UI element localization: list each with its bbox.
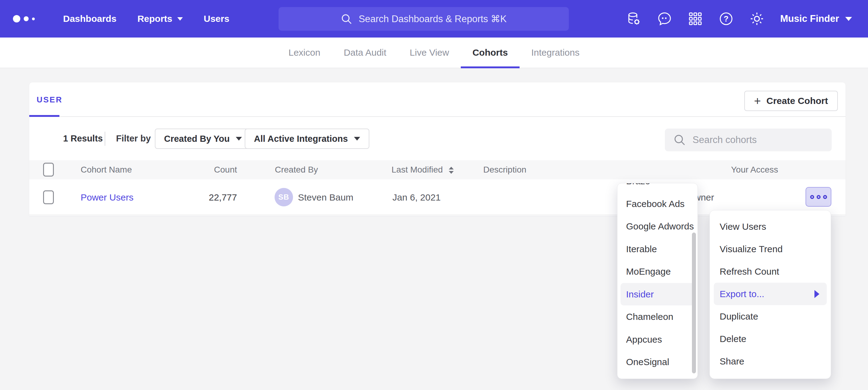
row-actions-button[interactable] (806, 187, 831, 207)
tab-lexicon[interactable]: Lexicon (277, 37, 332, 68)
tab-integrations-label: Integrations (531, 47, 580, 58)
export-destinations-menu: Braze Facebook Ads Google Adwords Iterab… (617, 183, 698, 379)
submenu-arrow-icon (814, 290, 819, 298)
section-tabs: Lexicon Data Audit Live View Cohorts Int… (0, 37, 868, 68)
results-count: 1 Results (63, 117, 103, 160)
help-icon[interactable]: ? (719, 11, 734, 26)
chevron-down-icon (177, 17, 183, 21)
col-last-modified[interactable]: Last Modified (392, 160, 454, 179)
menu-item-chameleon[interactable]: Chameleon (617, 305, 698, 328)
menu-item-iterable[interactable]: Iterable (617, 238, 698, 261)
menu-item-google-adwords[interactable]: Google Adwords (617, 215, 698, 238)
messages-icon[interactable] (657, 11, 672, 26)
create-cohort-button[interactable]: + Create Cohort (744, 91, 838, 111)
menu-item-visualize-trend[interactable]: Visualize Trend (710, 238, 831, 260)
menu-item-refresh-count[interactable]: Refresh Count (710, 260, 831, 283)
menu-item-duplicate[interactable]: Duplicate (710, 305, 831, 328)
col-your-access: Your Access (731, 160, 778, 179)
filter-integrations-value: All Active Integrations (254, 134, 348, 144)
nav-reports[interactable]: Reports (137, 13, 183, 24)
top-navigation-bar: Dashboards Reports Users Search Dashboar… (0, 0, 868, 37)
col-cohort-name: Cohort Name (81, 160, 132, 179)
created-by-value: Steven Baum (298, 179, 353, 215)
export-to-label: Export to... (720, 289, 764, 299)
menu-item-facebook-ads[interactable]: Facebook Ads (617, 193, 698, 215)
nav-dashboards[interactable]: Dashboards (63, 13, 116, 24)
tab-data-audit[interactable]: Data Audit (332, 37, 398, 68)
tab-user-cohorts[interactable]: USER (37, 83, 62, 117)
project-switcher[interactable]: Music Finder (780, 13, 852, 24)
filter-created-by-dropdown[interactable]: Created By You (155, 129, 251, 149)
chevron-down-icon (845, 17, 852, 21)
dot-icon (816, 195, 820, 199)
col-created-by: Created By (275, 160, 318, 179)
filter-integrations-dropdown[interactable]: All Active Integrations (245, 129, 369, 149)
cohort-type-tabs: USER + Create Cohort (29, 83, 845, 117)
cohorts-toolbar: 1 Results Filter by Created By You All A… (29, 117, 845, 160)
row-actions-menu: View Users Visualize Trend Refresh Count… (710, 210, 831, 379)
menu-item-insider[interactable]: Insider (621, 283, 694, 306)
menu-item-delete[interactable]: Delete (710, 328, 831, 350)
menu-item-onesignal[interactable]: OneSignal (617, 351, 698, 373)
search-icon (674, 134, 686, 146)
row-actions-list: View Users Visualize Trend Refresh Count… (710, 210, 831, 372)
last-modified-value: Jan 6, 2021 (393, 179, 441, 215)
mixpanel-logo-icon[interactable] (13, 15, 42, 23)
col-description: Description (483, 160, 526, 179)
create-cohort-label: Create Cohort (767, 96, 828, 106)
table-header: Cohort Name Count Created By Last Modifi… (29, 160, 845, 179)
divider (105, 132, 105, 146)
select-all-checkbox[interactable] (43, 163, 54, 176)
tab-data-audit-label: Data Audit (344, 47, 386, 58)
menu-item-appcues[interactable]: Appcues (617, 328, 698, 351)
nav-users-label: Users (204, 13, 229, 24)
sort-icon (449, 167, 454, 174)
cohort-search-placeholder: Search cohorts (692, 134, 757, 145)
col-last-modified-label: Last Modified (392, 165, 443, 174)
project-name: Music Finder (780, 13, 839, 24)
tab-lexicon-label: Lexicon (288, 47, 320, 58)
tab-live-view[interactable]: Live View (398, 37, 461, 68)
menu-item-braze[interactable]: Braze (617, 183, 698, 193)
menu-item-share[interactable]: Share (710, 350, 831, 372)
dot-icon (823, 195, 827, 199)
chevron-down-icon (354, 137, 360, 140)
menu-item-export-to[interactable]: Export to... (714, 283, 827, 305)
tab-integrations[interactable]: Integrations (520, 37, 591, 68)
settings-icon[interactable] (749, 11, 764, 26)
export-destinations-list: Braze Facebook Ads Google Adwords Iterab… (617, 183, 698, 373)
svg-text:?: ? (724, 14, 728, 23)
filter-created-by-value: Created By You (164, 134, 229, 144)
tab-cohorts[interactable]: Cohorts (461, 37, 520, 68)
nav-dashboards-label: Dashboards (63, 13, 116, 24)
search-icon (341, 13, 352, 25)
data-management-icon[interactable] (626, 11, 641, 26)
menu-scrollbar-thumb[interactable] (692, 232, 696, 373)
nav-users[interactable]: Users (204, 13, 229, 24)
apps-grid-icon[interactable] (688, 11, 703, 26)
row-checkbox[interactable] (43, 190, 54, 204)
tab-live-view-label: Live View (410, 47, 449, 58)
cohort-search-input[interactable]: Search cohorts (665, 129, 832, 151)
menu-item-moengage[interactable]: MoEngage (617, 260, 698, 283)
global-search-input[interactable]: Search Dashboards & Reports ⌘K (279, 7, 569, 31)
cohorts-panel: USER + Create Cohort 1 Results Filter by… (29, 83, 845, 216)
dot-icon (810, 195, 814, 199)
avatar: SB (275, 188, 293, 206)
tab-cohorts-label: Cohorts (472, 47, 508, 58)
chevron-down-icon (236, 137, 242, 140)
cohort-name-link[interactable]: Power Users (81, 179, 133, 215)
global-search-placeholder: Search Dashboards & Reports ⌘K (359, 13, 507, 25)
plus-icon: + (754, 92, 761, 110)
cohort-count: 22,777 (182, 179, 237, 215)
filter-by-label: Filter by (116, 117, 151, 160)
col-count: Count (182, 160, 237, 179)
menu-item-view-users[interactable]: View Users (710, 215, 831, 238)
nav-reports-label: Reports (137, 13, 172, 24)
topbar-right-cluster: ? Music Finder (626, 0, 868, 37)
